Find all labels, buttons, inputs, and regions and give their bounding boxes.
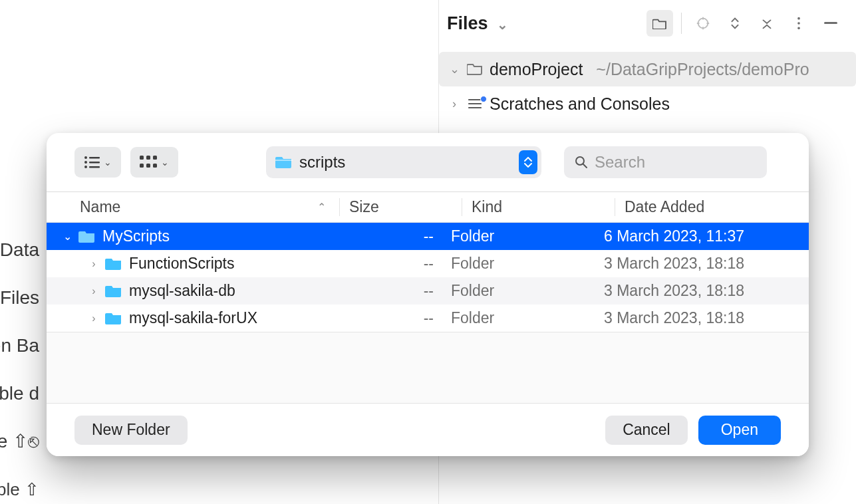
chevron-down-icon: ⌄ [497, 17, 508, 32]
file-kind-label: Folder [451, 255, 604, 273]
column-headers: Name ⌃ Size Kind Date Added [47, 192, 809, 223]
svg-rect-11 [140, 156, 144, 160]
file-row[interactable]: ⌄ MyScripts -- Folder 6 March 2023, 11:3… [47, 223, 809, 250]
svg-point-5 [84, 156, 87, 159]
folder-icon [105, 312, 122, 325]
file-name-label: FunctionScripts [129, 255, 235, 273]
chevron-down-icon[interactable]: ⌄ [448, 62, 460, 76]
chevron-right-icon[interactable]: › [448, 97, 460, 111]
file-row[interactable]: › FunctionScripts -- Folder 3 March 2023… [47, 250, 809, 277]
folder-icon [105, 257, 122, 271]
svg-rect-14 [140, 164, 144, 168]
chevron-right-icon[interactable]: › [89, 313, 98, 324]
file-size-label: -- [354, 255, 451, 273]
scratches-row[interactable]: › Scratches and Consoles [439, 86, 856, 121]
column-kind-header[interactable]: Kind [462, 198, 615, 216]
project-tree: ⌄ demoProject ~/DataGripProjects/demoPro… [439, 52, 856, 121]
folder-icon [467, 63, 483, 76]
column-size-header[interactable]: Size [339, 198, 462, 216]
svg-rect-10 [89, 166, 100, 168]
sort-ascending-icon: ⌃ [317, 201, 339, 213]
scratches-label: Scratches and Consoles [490, 94, 670, 114]
search-icon [575, 156, 588, 169]
svg-point-17 [576, 157, 584, 165]
project-path-label: ~/DataGripProjects/demoPro [596, 60, 809, 79]
svg-rect-6 [89, 157, 100, 159]
location-picker[interactable]: scripts [266, 146, 541, 178]
chevron-down-icon: ⌄ [104, 157, 112, 168]
open-button[interactable]: Open [698, 416, 781, 445]
select-opened-file-icon[interactable] [646, 10, 673, 37]
file-name-label: MyScripts [102, 227, 170, 245]
file-list: ⌄ MyScripts -- Folder 6 March 2023, 11:3… [47, 223, 809, 332]
chevron-right-icon[interactable]: › [89, 258, 98, 270]
svg-point-2 [797, 22, 800, 25]
chevron-down-icon: ⌄ [161, 157, 169, 168]
dialog-footer: New Folder Cancel Open [47, 403, 809, 456]
location-label: scripts [299, 153, 345, 172]
location-stepper-icon[interactable] [519, 150, 537, 174]
expand-collapse-icon[interactable] [722, 10, 748, 37]
file-name-label: mysql-sakila-db [129, 282, 235, 300]
svg-rect-16 [153, 164, 157, 168]
ide-menu-item[interactable]: able d [0, 370, 39, 418]
cancel-button[interactable]: Cancel [605, 416, 688, 445]
column-date-header[interactable]: Date Added [615, 198, 809, 216]
svg-rect-12 [146, 156, 150, 160]
file-date-label: 6 March 2023, 11:37 [604, 227, 809, 245]
file-kind-label: Folder [451, 227, 604, 245]
search-placeholder: Search [595, 153, 645, 172]
svg-rect-8 [89, 162, 100, 164]
folder-icon [78, 230, 96, 243]
scratches-icon [467, 97, 483, 110]
file-size-label: -- [354, 282, 451, 300]
file-date-label: 3 March 2023, 18:18 [604, 282, 809, 300]
ide-menu-item[interactable]: le ⇧⎋ [0, 418, 39, 465]
svg-point-7 [84, 161, 87, 164]
column-name-header[interactable]: Name ⌃ [80, 198, 339, 216]
svg-rect-13 [153, 156, 157, 160]
list-view-button[interactable]: ⌄ [74, 147, 121, 178]
empty-area [47, 332, 809, 403]
file-date-label: 3 March 2023, 18:18 [604, 309, 809, 327]
target-icon[interactable] [690, 10, 716, 37]
file-row[interactable]: › mysql-sakila-forUX -- Folder 3 March 2… [47, 305, 809, 332]
svg-point-1 [797, 17, 800, 20]
ide-left-menu: Data Files ion Ba able d le ⇧⎋ Everywher… [0, 226, 39, 504]
svg-rect-15 [146, 164, 150, 168]
hide-panel-icon[interactable] [817, 10, 844, 37]
project-name-label: demoProject [490, 60, 583, 79]
file-open-dialog: ⌄ ⌄ scripts Search Name ⌃ [47, 133, 809, 456]
grid-view-button[interactable]: ⌄ [130, 147, 178, 178]
file-kind-label: Folder [451, 309, 604, 327]
file-name-label: mysql-sakila-forUX [129, 309, 257, 327]
ide-menu-item[interactable]: Files [0, 274, 39, 322]
search-input[interactable]: Search [564, 146, 767, 178]
svg-point-9 [84, 166, 87, 168]
dialog-toolbar: ⌄ ⌄ scripts Search [47, 133, 809, 191]
file-date-label: 3 March 2023, 18:18 [604, 255, 809, 273]
ide-menu-item[interactable]: ion Ba [0, 322, 39, 370]
files-panel-title-label: Files [447, 13, 488, 33]
file-size-label: -- [354, 309, 451, 327]
ide-menu-item[interactable]: Data [0, 226, 39, 274]
files-panel-title[interactable]: Files ⌄ [447, 13, 508, 34]
badge-dot-icon [480, 96, 487, 102]
files-toolbar: Files ⌄ [439, 0, 856, 52]
toolbar-divider [681, 13, 682, 34]
more-options-icon[interactable] [785, 10, 812, 37]
chevron-down-icon[interactable]: ⌄ [63, 230, 72, 243]
folder-icon [275, 155, 293, 170]
new-folder-button[interactable]: New Folder [74, 416, 188, 445]
column-name-label: Name [80, 198, 120, 216]
chevron-right-icon[interactable]: › [89, 285, 98, 297]
ide-menu-item[interactable]: Everywhere Double ⇧ [0, 465, 39, 504]
project-root-row[interactable]: ⌄ demoProject ~/DataGripProjects/demoPro [439, 52, 856, 86]
file-kind-label: Folder [451, 282, 604, 300]
svg-point-3 [797, 27, 800, 30]
svg-rect-4 [824, 22, 837, 24]
collapse-all-icon[interactable] [754, 10, 780, 37]
file-row[interactable]: › mysql-sakila-db -- Folder 3 March 2023… [47, 277, 809, 305]
folder-icon [105, 285, 122, 298]
svg-point-0 [698, 19, 708, 29]
